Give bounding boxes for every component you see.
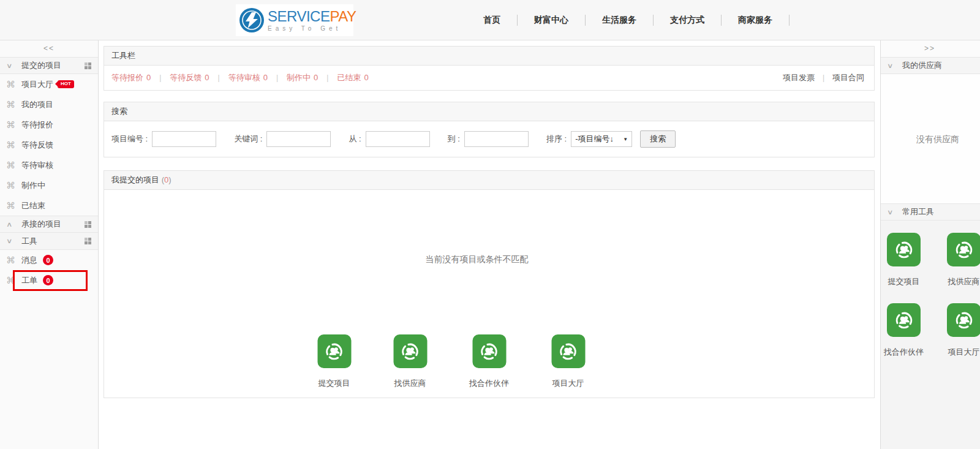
tool-submit-project[interactable]: 提交项目 [887, 233, 921, 287]
section-title: 我的供应商 [902, 60, 980, 71]
sidebar-item-awaiting-feedback[interactable]: ⌘ 等待反馈 [0, 135, 98, 155]
sort-select[interactable]: -项目编号↓ ▼ [571, 131, 632, 147]
quick-action-label: 提交项目 [318, 378, 350, 389]
sidebar-item-in-production[interactable]: ⌘ 制作中 [0, 175, 98, 195]
search-panel-title: 搜索 [104, 102, 874, 121]
tab-awaiting-feedback[interactable]: 等待反馈0 [170, 72, 209, 83]
quick-action-project-hall[interactable]: 项目大厅 [551, 334, 585, 389]
section-my-suppliers[interactable]: ∨ 我的供应商 [881, 57, 980, 74]
main-content: 工具栏 等待报价0 | 等待反馈0 | 等待审核0 | 制作中0 | 已结束0 … [99, 40, 880, 449]
date-from-input[interactable] [366, 131, 430, 147]
grid-view-icon[interactable] [85, 238, 91, 244]
project-contract-link[interactable]: 项目合同 [832, 72, 864, 83]
item-label: 我的项目 [21, 99, 53, 110]
tool-project-hall[interactable]: 项目大厅 [947, 303, 980, 358]
people-circle-icon [887, 233, 921, 266]
logo-tagline: Easy To Get [268, 26, 356, 32]
nav-payment-methods[interactable]: 支付方式 [654, 15, 721, 26]
sidebar-item-my-projects[interactable]: ⌘ 我的项目 [0, 94, 98, 115]
quick-action-label: 找合作伙伴 [469, 378, 509, 389]
item-label: 制作中 [21, 180, 45, 191]
grid-view-icon[interactable] [85, 62, 91, 69]
keyword-label: 关键词 : [234, 134, 262, 145]
tab-divider: | [326, 74, 328, 82]
section-title: 提交的项目 [21, 60, 85, 71]
quick-action-submit-project[interactable]: 提交项目 [317, 334, 351, 389]
project-number-label: 项目编号 : [111, 134, 148, 145]
sidebar-section-tools[interactable]: ∨ 工具 [0, 233, 98, 250]
field-group-from: 从 : [349, 131, 429, 147]
clover-icon: ⌘ [6, 275, 21, 286]
sidebar-item-work-orders[interactable]: ⌘ 工单 0 [0, 270, 98, 290]
tab-divider: | [159, 74, 161, 82]
clover-icon: ⌘ [6, 180, 21, 191]
tool-label: 找供应商 [948, 276, 980, 287]
field-group-to: 到 : [448, 131, 529, 147]
tool-label: 提交项目 [888, 276, 920, 287]
sidebar-item-project-hall[interactable]: ⌘ 项目大厅 HOT [0, 74, 98, 94]
logo-service: SERVICE [268, 8, 330, 25]
people-circle-icon [472, 334, 506, 368]
search-button[interactable]: 搜索 [640, 130, 676, 148]
sidebar-section-submitted-projects[interactable]: ∨ 提交的项目 [0, 57, 98, 74]
section-title: 承接的项目 [21, 219, 85, 230]
sidebar-section-undertaken-projects[interactable]: ∧ 承接的项目 [0, 216, 98, 233]
link-divider: | [823, 74, 824, 82]
toolbar-panel-title: 工具栏 [104, 47, 874, 66]
tool-find-supplier[interactable]: 找供应商 [947, 233, 980, 287]
suppliers-empty-state: 没有供应商 [881, 74, 980, 203]
people-circle-icon [317, 334, 351, 368]
toolbar-tabs: 等待报价0 | 等待反馈0 | 等待审核0 | 制作中0 | 已结束0 [111, 72, 783, 83]
quick-action-label: 项目大厅 [552, 378, 584, 389]
sidebar-item-awaiting-review[interactable]: ⌘ 等待审核 [0, 155, 98, 175]
sidebar-collapse-button[interactable]: << [0, 40, 98, 57]
sidebar-item-messages[interactable]: ⌘ 消息 0 [0, 250, 98, 270]
people-circle-icon [551, 334, 585, 368]
quick-action-find-partner[interactable]: 找合作伙伴 [469, 334, 509, 389]
no-suppliers-text: 没有供应商 [881, 134, 980, 145]
top-nav: 首页 财富中心 生活服务 支付方式 商家服务 [467, 0, 790, 40]
quick-action-label: 找供应商 [394, 378, 426, 389]
nav-wealth-center[interactable]: 财富中心 [518, 15, 585, 26]
tab-awaiting-review[interactable]: 等待审核0 [228, 72, 268, 83]
grid-view-icon[interactable] [85, 221, 91, 228]
item-label: 已结束 [21, 200, 45, 211]
section-common-tools[interactable]: ∨ 常用工具 [881, 203, 980, 221]
project-invoice-link[interactable]: 项目发票 [783, 72, 815, 83]
sidebar-item-awaiting-quote[interactable]: ⌘ 等待报价 [0, 115, 98, 135]
field-group-project-number: 项目编号 : [111, 131, 216, 147]
nav-home[interactable]: 首页 [467, 15, 517, 26]
toolbar-body: 等待报价0 | 等待反馈0 | 等待审核0 | 制作中0 | 已结束0 项目发票… [104, 66, 874, 90]
tab-label: 等待报价 [111, 73, 143, 82]
nav-merchant-services[interactable]: 商家服务 [722, 15, 789, 26]
tab-awaiting-quote[interactable]: 等待报价0 [111, 72, 151, 83]
tab-finished[interactable]: 已结束0 [337, 72, 368, 83]
item-label: 等待报价 [21, 119, 53, 130]
projects-title-text: 我提交的项目 [111, 175, 159, 184]
nav-life-services[interactable]: 生活服务 [586, 15, 653, 26]
servicepay-logo-icon [239, 7, 265, 33]
projects-empty-state: 当前没有项目或条件不匹配 提交项目 [104, 190, 874, 398]
keyword-input[interactable] [266, 131, 331, 147]
item-label: 等待反馈 [21, 140, 53, 151]
tool-find-partner[interactable]: 找合作伙伴 [884, 303, 924, 358]
quick-action-find-supplier[interactable]: 找供应商 [393, 334, 427, 389]
date-to-input[interactable] [464, 131, 529, 147]
tab-count: 0 [205, 73, 209, 82]
people-circle-icon [393, 334, 427, 368]
item-label: 项目大厅 [21, 79, 53, 90]
my-submitted-projects-panel: 我提交的项目 (0) 当前没有项目或条件不匹配 提交项目 [104, 170, 875, 398]
tab-count: 0 [263, 73, 268, 82]
project-number-input[interactable] [152, 131, 216, 147]
dropdown-arrow-icon: ▼ [623, 137, 628, 142]
date-from-label: 从 : [349, 134, 361, 145]
clover-icon: ⌘ [6, 160, 21, 171]
sort-label: 排序 : [546, 134, 567, 145]
servicepay-logo[interactable]: SERVICEPAY Easy To Get [236, 4, 353, 36]
tab-count: 0 [146, 73, 151, 82]
tool-label: 找合作伙伴 [884, 347, 924, 358]
tab-in-production[interactable]: 制作中0 [287, 72, 318, 83]
sidebar-item-finished[interactable]: ⌘ 已结束 [0, 195, 98, 216]
sidebar-expand-button[interactable]: >> [881, 40, 979, 57]
item-label: 等待审核 [21, 160, 53, 171]
